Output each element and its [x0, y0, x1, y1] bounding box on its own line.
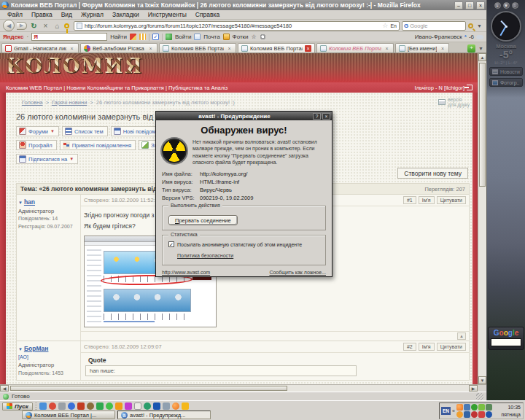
taskbar-clock[interactable]: 10:35 пятница [502, 404, 521, 417]
home-button[interactable]: ⌂ [52, 21, 62, 31]
avast-titlebar[interactable]: avast! - Предупреждение ? × [156, 112, 332, 120]
menu-bookmarks[interactable]: Закладки [108, 11, 144, 18]
taskbar-button-firefox[interactable]: Коломия ВЕБ Портал |... [22, 411, 115, 419]
breadcrumb-hot-news[interactable]: Гарячі новини [52, 99, 87, 106]
key-icon[interactable] [64, 23, 69, 28]
language-badge[interactable]: En [390, 23, 397, 28]
forward-button[interactable]: ▶ [17, 22, 27, 30]
post1-username[interactable]: han [24, 198, 35, 206]
gear-icon[interactable] [260, 34, 266, 40]
user-menu-icon[interactable]: ▼ [18, 201, 23, 205]
private-messages-button[interactable]: Приватні повідомлення [60, 140, 136, 150]
url-bar[interactable]: http://forum.kolomyya.org/forums/forum11… [74, 21, 400, 31]
site-nav-links[interactable]: Коломия WEB Портал | Новини Коломийщини … [6, 85, 228, 91]
firefox-quicklaunch-icon[interactable] [172, 402, 179, 410]
tab-picasa[interactable]: Веб-альбоми Picasa - Іль.. × [80, 43, 158, 52]
menu-edit[interactable]: Правка [27, 11, 57, 18]
logout-icon[interactable] [467, 85, 472, 90]
dialog-close-icon[interactable]: × [322, 113, 330, 120]
yandex-mail[interactable]: Почта [203, 34, 219, 40]
menu-tools[interactable]: Инструменты [144, 11, 191, 18]
quicklaunch-icon[interactable] [106, 402, 113, 410]
tray-collapse-icon[interactable]: « [452, 408, 455, 413]
scroll-up-icon[interactable]: ▲ [478, 53, 486, 61]
menu-help[interactable]: Справка [191, 11, 224, 18]
horizontal-scroll-thumb[interactable] [10, 386, 287, 391]
sidebar-add-icon[interactable]: + [494, 2, 501, 9]
quicklaunch-icon[interactable] [49, 402, 56, 410]
logged-user[interactable]: Ільчігор - N [ilchigor] [415, 85, 464, 91]
yandex-brand[interactable]: Яндекс [3, 34, 23, 40]
tab-close-icon[interactable]: × [69, 45, 75, 52]
quicklaunch-icon[interactable] [163, 402, 170, 410]
quicklaunch-icon[interactable] [77, 402, 85, 410]
maximize-button[interactable]: □ [465, 1, 474, 9]
yandex-find-button[interactable]: Найти [110, 34, 127, 40]
shield-tray-icon[interactable] [486, 404, 492, 411]
yandex-photos[interactable]: Фотки [233, 34, 249, 40]
url-text[interactable]: http://forum.kolomyya.org/forums/forum11… [85, 23, 380, 29]
horizontal-scroll-track[interactable] [289, 385, 469, 392]
quicklaunch-icon[interactable] [134, 402, 141, 410]
bookmark-star-icon[interactable]: ☆ [382, 22, 388, 29]
chart-icon[interactable] [139, 34, 146, 40]
post2-tag[interactable]: [АО] [18, 354, 28, 359]
clock-gadget[interactable] [491, 11, 521, 42]
taskbar-button-avast[interactable]: a avast! - Предупрежд... [117, 411, 211, 419]
tab-gmail[interactable]: Gmail - Написати листа - іL × [1, 43, 79, 52]
back-button[interactable]: ◀ [3, 20, 15, 31]
yandex-search-input[interactable]: Я [31, 33, 107, 41]
stop-button[interactable]: × [41, 21, 50, 31]
google-engine-icon[interactable]: G [404, 23, 408, 29]
reload-button[interactable]: ↻ [29, 21, 39, 31]
dialog-help-icon[interactable]: ? [313, 113, 321, 120]
report-false-positive-link[interactable]: Сообщить как ложное... [269, 270, 326, 275]
create-topic-button[interactable]: Створити нову тему [397, 168, 468, 179]
tab-kolomyya-active[interactable]: Коломия ВЕБ Портал... × [238, 43, 315, 52]
scroll-left-icon[interactable]: ◀ [0, 385, 9, 392]
scroll-right-icon[interactable]: ▶ [469, 385, 478, 392]
user-menu-icon[interactable]: ▼ [18, 347, 23, 351]
avast-tray-icon[interactable] [456, 404, 463, 411]
tab-kolomyya-forum[interactable]: Коломия ВЕБ Портал | Ф.. × [159, 43, 236, 52]
post1-quote-button[interactable]: Цитувати [437, 196, 466, 204]
update-tray-icon[interactable] [478, 404, 485, 411]
tray-icon[interactable] [464, 411, 470, 418]
sidebar-minimize-icon[interactable]: – [512, 2, 518, 9]
tab-close-icon[interactable]: × [226, 45, 233, 52]
quicklaunch-icon[interactable] [87, 402, 94, 410]
print-version-link[interactable]: версіядля друку [438, 97, 470, 107]
quicklaunch-icon[interactable] [96, 402, 104, 410]
network-tray-icon[interactable] [464, 404, 470, 411]
tray-icon[interactable] [471, 411, 478, 418]
toolbar-overflow-icon[interactable]: ▼ [475, 22, 483, 30]
quicklaunch-icon[interactable] [115, 402, 122, 410]
tab-close-icon[interactable]: × [305, 45, 311, 52]
globe-tray-icon[interactable] [486, 411, 492, 418]
search-box[interactable]: G Google [402, 21, 466, 31]
sidebar-options-icon[interactable]: ▼ [503, 2, 510, 9]
menu-file[interactable]: Файл [3, 11, 27, 18]
abort-connection-button[interactable]: Прервать соединение [168, 215, 238, 225]
post2-number[interactable]: #2 [403, 343, 416, 351]
vertical-scroll-thumb[interactable] [479, 63, 486, 187]
tab-close-icon[interactable]: × [384, 45, 390, 52]
google-search-input[interactable] [491, 338, 521, 346]
stats-checkbox[interactable]: ✓ [168, 241, 174, 247]
breadcrumb-home[interactable]: Головна [22, 99, 43, 106]
quicklaunch-icon[interactable] [58, 402, 66, 410]
antivirus-ok-tray-icon[interactable] [471, 404, 478, 411]
pen-icon[interactable] [130, 34, 136, 40]
menu-history[interactable]: Журнал [77, 11, 108, 18]
tab-blank[interactable]: [Без имени] × [395, 43, 449, 52]
yandex-weather[interactable]: Ивано-Франковск * -6 [415, 34, 483, 40]
avast-site-link[interactable]: http://www.avast.com [162, 270, 210, 275]
post2-name-button[interactable]: Ім'я [419, 343, 435, 351]
menu-view[interactable]: Вид [57, 11, 77, 18]
post2-username[interactable]: БорМан [24, 345, 49, 352]
google-search-gadget[interactable]: Google [488, 327, 524, 350]
language-indicator[interactable]: EN [441, 407, 451, 415]
search-placeholder[interactable]: Google [410, 23, 427, 29]
tab-close-icon[interactable]: × [439, 45, 446, 52]
subscribe-button[interactable]: Підписатися на▼ [16, 154, 78, 164]
